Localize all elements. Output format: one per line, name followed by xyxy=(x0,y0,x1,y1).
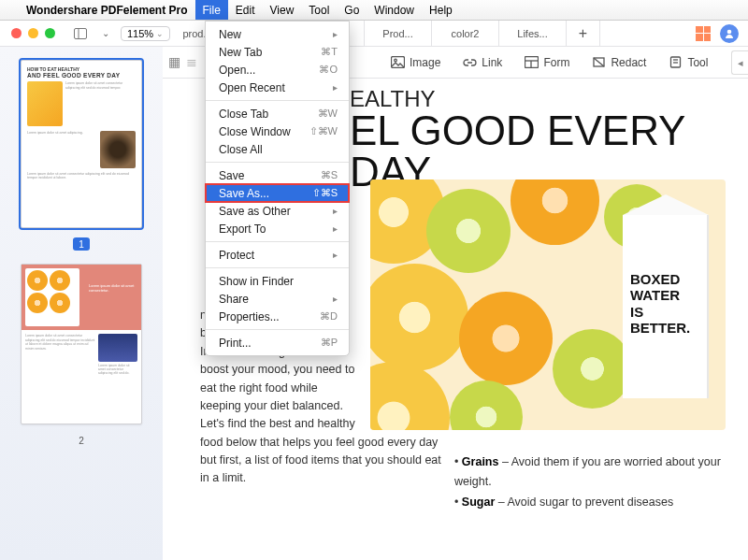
shortcut-label: ⇧⌘S xyxy=(312,187,338,199)
shortcut-label: ⇧⌘W xyxy=(309,125,338,137)
menu-item-properties[interactable]: Properties...⌘D xyxy=(206,308,349,325)
tool-link[interactable]: Link xyxy=(463,56,502,69)
close-window-button[interactable] xyxy=(11,28,22,38)
shortcut-label: ⌘O xyxy=(319,64,338,76)
svg-line-9 xyxy=(594,58,604,66)
new-tab-button[interactable]: + xyxy=(567,21,600,46)
page-thumbnail-1[interactable]: HOW TO EAT HEALTHY AND FEEL GOOD EVERY D… xyxy=(21,60,142,228)
shortcut-label: ⌘T xyxy=(321,46,338,58)
menu-item-new-tab[interactable]: New Tab⌘T xyxy=(206,43,349,61)
submenu-arrow-icon: ▸ xyxy=(333,206,338,216)
submenu-arrow-icon: ▸ xyxy=(333,29,338,39)
menu-item-open[interactable]: Open...⌘O xyxy=(206,61,349,79)
system-menubar: Wondershare PDFelement Pro File Edit Vie… xyxy=(0,0,748,21)
svg-point-4 xyxy=(395,59,397,62)
menubar-item-file[interactable]: File xyxy=(195,0,228,20)
page-thumbnail-2[interactable]: Lorem ipsum dolor sit amet consectetur. … xyxy=(21,264,142,424)
window-titlebar: ⌄ 115% ⌄ prod.. Prod... color2 Lifes... … xyxy=(0,21,748,47)
menu-item-save-as[interactable]: Save As...⇧⌘S xyxy=(206,184,349,202)
menu-item-protect[interactable]: Protect▸ xyxy=(206,246,349,264)
menubar-item-edit[interactable]: Edit xyxy=(228,0,263,20)
menu-item-new[interactable]: New▸ xyxy=(206,25,349,43)
minimize-window-button[interactable] xyxy=(28,28,38,38)
user-avatar[interactable] xyxy=(720,24,739,43)
fullscreen-window-button[interactable] xyxy=(45,28,55,38)
thumbnail-view-toggle[interactable]: ▦ ≣ xyxy=(168,54,197,69)
menu-item-close-tab[interactable]: Close Tab⌘W xyxy=(206,105,349,122)
menu-item-close-window[interactable]: Close Window⇧⌘W xyxy=(206,122,349,140)
list-view-icon[interactable]: ≣ xyxy=(186,54,197,69)
thumbnails-sidebar: HOW TO EAT HEALTHY AND FEEL GOOD EVERY D… xyxy=(0,47,163,560)
document-tab[interactable]: Prod... xyxy=(365,21,432,46)
document-tab[interactable]: color2 xyxy=(432,21,499,46)
menu-item-save-as-other[interactable]: Save as Other▸ xyxy=(206,202,349,220)
menu-item-close-all[interactable]: Close All xyxy=(206,140,349,158)
tool-form[interactable]: Form xyxy=(525,56,569,69)
right-column-list: • Grains – Avoid them if you are worried… xyxy=(454,452,726,512)
sidebar-toggle-icon[interactable] xyxy=(70,24,91,43)
page-number-badge: 1 xyxy=(73,237,90,251)
menu-item-print[interactable]: Print...⌘P xyxy=(206,334,349,352)
app-title[interactable]: Wondershare PDFelement Pro xyxy=(19,4,195,17)
menu-item-open-recent[interactable]: Open Recent▸ xyxy=(206,79,349,96)
menu-separator xyxy=(206,267,349,268)
menubar-item-window[interactable]: Window xyxy=(367,0,422,20)
submenu-arrow-icon: ▸ xyxy=(333,294,338,304)
submenu-arrow-icon: ▸ xyxy=(333,82,338,93)
chevron-down-icon[interactable]: ⌄ xyxy=(95,24,116,43)
menu-separator xyxy=(206,100,349,101)
menu-separator xyxy=(206,162,349,163)
menu-item-save[interactable]: Save⌘S xyxy=(206,166,349,184)
page-number: 2 xyxy=(73,434,90,447)
svg-point-2 xyxy=(727,29,732,34)
document-tab-active[interactable]: Lifes... xyxy=(499,21,567,46)
menu-item-show-in-finder[interactable]: Show in Finder xyxy=(206,272,349,290)
submenu-arrow-icon: ▸ xyxy=(333,223,338,234)
shortcut-label: ⌘P xyxy=(321,337,338,349)
file-menu-dropdown: New▸New Tab⌘TOpen...⌘OOpen Recent▸Close … xyxy=(205,21,350,356)
carton-graphic: BOXED WATER IS BETTER. xyxy=(623,215,709,398)
grid-view-icon[interactable]: ▦ xyxy=(168,54,180,69)
menubar-item-tool[interactable]: Tool xyxy=(301,0,337,20)
menu-item-export-to[interactable]: Export To▸ xyxy=(206,220,349,237)
collapse-right-panel-icon[interactable]: ◂ xyxy=(731,50,748,75)
tool-redact[interactable]: Redact xyxy=(592,56,646,69)
shortcut-label: ⌘W xyxy=(318,108,338,120)
menu-item-share[interactable]: Share▸ xyxy=(206,290,349,308)
menu-separator xyxy=(206,241,349,242)
tool-image[interactable]: Image xyxy=(391,56,440,69)
svg-rect-0 xyxy=(75,28,87,38)
tool-tool[interactable]: Tool xyxy=(669,56,708,69)
zoom-value: 115% xyxy=(127,28,153,39)
shortcut-label: ⌘S xyxy=(321,169,338,181)
submenu-arrow-icon: ▸ xyxy=(333,250,338,260)
menubar-item-go[interactable]: Go xyxy=(337,0,367,20)
shortcut-label: ⌘D xyxy=(320,310,338,323)
menubar-item-help[interactable]: Help xyxy=(422,0,460,20)
menu-separator xyxy=(206,329,349,330)
menubar-item-view[interactable]: View xyxy=(263,0,302,20)
